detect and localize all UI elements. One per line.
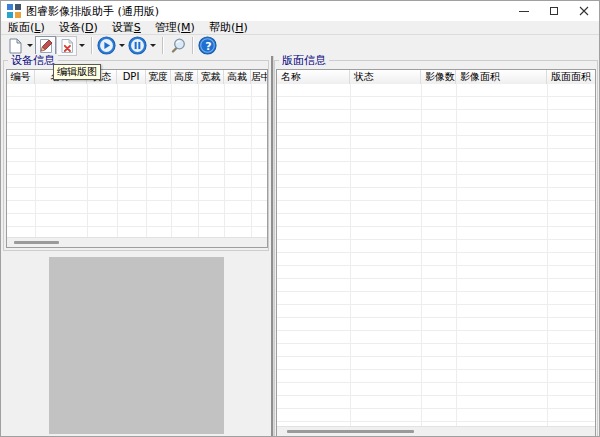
column-gridline: [421, 84, 422, 426]
column-gridline: [224, 84, 225, 237]
pause-icon: [128, 36, 147, 55]
start-dropdown[interactable]: [117, 36, 127, 56]
device-table-header: 编号名称状态DPI宽度高度宽裁高裁居中: [7, 70, 267, 85]
layout-column-header-1[interactable]: 状态: [350, 70, 421, 84]
column-gridline: [117, 84, 118, 237]
device-column-header-7[interactable]: 高裁: [224, 70, 251, 84]
app-icon: [7, 4, 21, 18]
layout-column-header-2[interactable]: 影像数: [421, 70, 456, 84]
device-column-header-0[interactable]: 编号: [7, 70, 35, 84]
app-window: 图睿影像排版助手 (通用版) 版面(L)设备(D)设置S管理(M)帮助(H): [0, 0, 600, 437]
toolbar-separator: [192, 37, 193, 54]
menu-item-settings[interactable]: 设置S: [105, 21, 148, 34]
column-gridline: [87, 84, 88, 237]
chevron-down-icon: [150, 44, 156, 47]
minimize-icon: [519, 11, 529, 12]
device-column-header-6[interactable]: 宽裁: [198, 70, 224, 84]
pause-button[interactable]: [127, 36, 148, 56]
column-gridline: [35, 84, 36, 237]
layout-table-header: 名称状态影像数影像面积版面面积: [277, 70, 595, 85]
device-groupbox: 设备信息 编号名称状态DPI宽度高度宽裁高裁居中: [3, 60, 269, 251]
preview-placeholder: [49, 257, 224, 434]
help-button[interactable]: ?: [197, 36, 218, 56]
play-icon: [97, 36, 116, 55]
layout-groupbox: 版面信息 名称状态影像数影像面积版面面积: [274, 60, 598, 437]
toolbar-separator: [91, 37, 92, 54]
help-icon: [198, 36, 217, 55]
edit-button-tooltip: 编辑版图: [53, 64, 101, 80]
maximize-button[interactable]: [539, 1, 569, 21]
device-group-title: 设备信息: [8, 54, 58, 67]
edit-layout-button[interactable]: [35, 36, 56, 56]
device-hscrollbar-thumb[interactable]: [14, 241, 59, 244]
layout-table: 名称状态影像数影像面积版面面积: [276, 69, 596, 437]
device-column-header-5[interactable]: 高度: [171, 70, 198, 84]
menu-item-layout[interactable]: 版面(L): [1, 21, 52, 34]
column-gridline: [456, 84, 457, 426]
device-table: 编号名称状态DPI宽度高度宽裁高裁居中: [6, 69, 268, 248]
column-gridline: [146, 84, 147, 237]
column-gridline: [171, 84, 172, 237]
delete-layout-dropdown[interactable]: [77, 36, 87, 56]
delete-layout-button[interactable]: [56, 36, 77, 56]
layout-column-header-4[interactable]: 版面面积: [547, 70, 596, 84]
pause-dropdown[interactable]: [148, 36, 158, 56]
device-column-header-3[interactable]: DPI: [117, 70, 146, 84]
layout-table-body[interactable]: [277, 84, 595, 426]
menubar: 版面(L)设备(D)设置S管理(M)帮助(H): [1, 21, 599, 35]
menu-item-manage[interactable]: 管理(M): [148, 21, 202, 34]
chevron-down-icon: [27, 44, 33, 47]
minimize-button[interactable]: [509, 1, 539, 21]
toolbar-separator: [162, 37, 163, 54]
start-button[interactable]: [96, 36, 117, 56]
window-controls: [509, 1, 599, 21]
device-table-hscrollbar[interactable]: [7, 237, 267, 247]
close-button[interactable]: [569, 1, 599, 21]
edit-pencil-icon: [38, 38, 54, 54]
maximize-icon: [550, 7, 558, 15]
layout-hscrollbar-thumb[interactable]: [287, 430, 414, 433]
device-column-header-4[interactable]: 宽度: [146, 70, 171, 84]
device-table-body[interactable]: [7, 84, 267, 237]
layout-table-hscrollbar[interactable]: [277, 426, 595, 436]
column-gridline: [251, 84, 252, 237]
column-gridline: [547, 84, 548, 426]
titlebar: 图睿影像排版助手 (通用版): [1, 1, 599, 21]
window-title: 图睿影像排版助手 (通用版): [26, 4, 159, 19]
layout-group-title: 版面信息: [279, 54, 329, 67]
new-document-icon: [7, 38, 23, 54]
main-area: 设备信息 编号名称状态DPI宽度高度宽裁高裁居中 版面信息 名称状态影像数影像面: [1, 56, 599, 436]
device-column-header-8[interactable]: 居中: [251, 70, 268, 84]
column-gridline: [198, 84, 199, 237]
layout-column-header-3[interactable]: 影像面积: [456, 70, 547, 84]
new-layout-dropdown[interactable]: [25, 36, 35, 56]
menu-item-help[interactable]: 帮助(H): [202, 21, 255, 34]
magnifier-icon: [169, 37, 187, 55]
new-layout-button[interactable]: [4, 36, 25, 56]
chevron-down-icon: [119, 44, 125, 47]
layout-column-header-0[interactable]: 名称: [277, 70, 350, 84]
search-button[interactable]: [167, 36, 188, 56]
device-panel: 设备信息 编号名称状态DPI宽度高度宽裁高裁居中: [1, 56, 271, 437]
preview-area: [1, 253, 271, 437]
toolbar: ?: [1, 35, 599, 56]
menu-item-device[interactable]: 设备(D): [52, 21, 105, 34]
column-gridline: [350, 84, 351, 426]
delete-icon: [59, 38, 75, 54]
close-icon: [579, 6, 589, 16]
chevron-down-icon: [79, 44, 85, 47]
layout-panel: 版面信息 名称状态影像数影像面积版面面积: [274, 56, 599, 437]
